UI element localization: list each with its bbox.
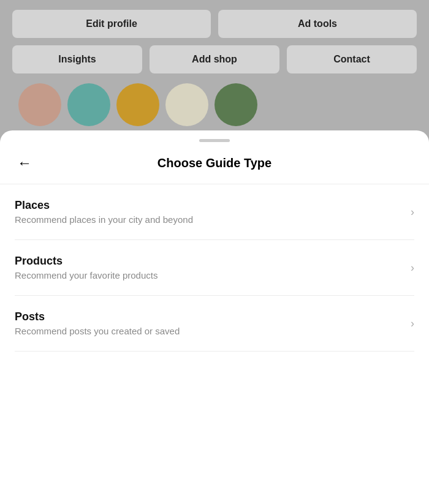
story-circles-row (12, 83, 417, 126)
guide-item-places-desc: Recommend places in your city and beyond (15, 214, 404, 225)
guide-item-places-title: Places (15, 199, 404, 212)
story-circle-4[interactable] (165, 83, 208, 126)
guide-item-posts-title: Posts (15, 310, 404, 323)
guide-item-products-title: Products (15, 255, 404, 268)
guide-item-posts[interactable]: Posts Recommend posts you created or sav… (15, 296, 414, 352)
guide-item-places[interactable]: Places Recommend places in your city and… (15, 184, 414, 240)
posts-chevron-icon: › (411, 317, 414, 330)
profile-buttons-row2: Insights Add shop Contact (12, 45, 417, 73)
ad-tools-button[interactable]: Ad tools (218, 10, 417, 38)
story-circle-2[interactable] (67, 83, 110, 126)
guide-item-products[interactable]: Products Recommend your favorite product… (15, 240, 414, 296)
guide-list: Places Recommend places in your city and… (0, 184, 429, 352)
sheet-header: ← Choose Guide Type (0, 148, 429, 178)
guide-item-places-text: Places Recommend places in your city and… (15, 199, 404, 225)
guide-item-products-desc: Recommend your favorite products (15, 270, 404, 280)
insights-button[interactable]: Insights (12, 45, 142, 73)
story-circle-1[interactable] (18, 83, 61, 126)
background-area: Edit profile Ad tools Insights Add shop … (0, 0, 429, 141)
profile-buttons-row1: Edit profile Ad tools (12, 10, 417, 38)
bottom-sheet: ← Choose Guide Type Places Recommend pla… (0, 130, 429, 504)
add-shop-button[interactable]: Add shop (150, 45, 279, 73)
edit-profile-button[interactable]: Edit profile (12, 10, 211, 38)
guide-item-posts-text: Posts Recommend posts you created or sav… (15, 310, 404, 336)
products-chevron-icon: › (411, 261, 414, 274)
sheet-title: Choose Guide Type (158, 156, 271, 170)
story-circle-5[interactable] (214, 83, 257, 126)
contact-button[interactable]: Contact (287, 45, 417, 73)
guide-item-posts-desc: Recommend posts you created or saved (15, 326, 404, 336)
story-circle-3[interactable] (116, 83, 159, 126)
back-button[interactable]: ← (15, 153, 34, 173)
guide-item-products-text: Products Recommend your favorite product… (15, 255, 404, 280)
places-chevron-icon: › (411, 206, 414, 219)
drag-handle (199, 139, 230, 142)
